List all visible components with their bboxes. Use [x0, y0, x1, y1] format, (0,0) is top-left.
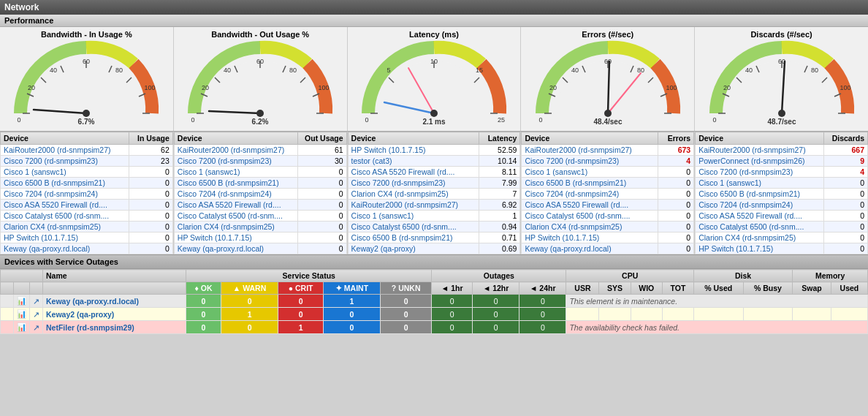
svg-point-71: [604, 110, 612, 117]
outage-name[interactable]: Keway2 (qa-proxy): [43, 308, 186, 321]
outage-icon-cell[interactable]: 📊: [14, 308, 30, 321]
svg-line-40: [389, 77, 394, 83]
service-status-badge: 0: [278, 308, 324, 321]
device-name-cell[interactable]: Clarion CX4 (rd-snmpsim25): [174, 222, 297, 232]
device-name-cell[interactable]: KaiRouter2000 (rd-snmpsim27): [174, 145, 297, 156]
outage-name[interactable]: Keway (qa-proxy.rd.local): [43, 295, 186, 308]
outage-message: The availability check has failed.: [566, 321, 868, 334]
table-out-usage: Device Out Usage KaiRouter2000 (rd-snmps…: [174, 132, 348, 254]
device-name-cell[interactable]: Cisco ASA 5520 Firewall (rd....: [348, 167, 479, 178]
svg-text:20: 20: [549, 84, 557, 91]
metric-cell: [662, 308, 693, 321]
outage-icon-cell[interactable]: ↗: [30, 321, 43, 334]
outage-count: 0: [432, 295, 473, 308]
device-name-cell[interactable]: Cisco 1 (sanswc1): [522, 167, 658, 178]
device-name-cell[interactable]: Cisco 1 (sanswc1): [696, 178, 824, 189]
device-value-cell: 4: [823, 167, 867, 178]
device-name-cell[interactable]: Cisco 7204 (rd-snmpsim24): [1, 189, 129, 200]
device-name-cell[interactable]: Clarion CX4 (rd-snmpsim25): [696, 232, 824, 243]
device-name-cell[interactable]: Cisco ASA 5520 Firewall (rd....: [1, 200, 129, 211]
device-name-cell[interactable]: Cisco Catalyst 6500 (rd-snm....: [522, 211, 658, 222]
svg-point-36: [256, 110, 264, 117]
col-disk-header: Disk: [693, 270, 792, 282]
device-name-cell[interactable]: Cisco 6500 B (rd-snmpsim21): [174, 178, 297, 189]
col-icon1: [1, 282, 14, 295]
device-name-cell[interactable]: Clarion CX4 (rd-snmpsim25): [1, 222, 129, 232]
svg-text:100: 100: [666, 84, 677, 91]
outage-name[interactable]: NetFiler (rd-snmpsim29): [43, 321, 186, 334]
device-name-cell[interactable]: Cisco 1 (sanswc1): [174, 167, 297, 178]
gauge-bw-in-svg: 0 20 40 60 80 100 6.7%: [6, 40, 167, 128]
outage-icon-cell[interactable]: [1, 321, 14, 334]
outage-icon-cell[interactable]: [1, 308, 14, 321]
device-name-cell[interactable]: Cisco 1 (sanswc1): [1, 167, 129, 178]
device-value-cell: 0: [297, 243, 346, 254]
device-name-cell[interactable]: KaiRouter2000 (rd-snmpsim27): [522, 145, 658, 156]
gauge-latency-title: Latency (ms): [351, 30, 518, 39]
device-name-cell[interactable]: PowerConnect (rd-snmpsim26): [696, 156, 824, 167]
device-name-cell[interactable]: Cisco ASA 5520 Firewall (rd....: [522, 200, 658, 211]
device-name-cell[interactable]: Cisco Catalyst 6500 (rd-snm....: [696, 222, 824, 232]
device-name-cell[interactable]: Cisco 7200 (rd-snmpsim23): [522, 156, 658, 167]
svg-text:25: 25: [498, 116, 505, 124]
device-name-cell[interactable]: KaiRouter2000 (rd-snmpsim27): [696, 145, 824, 156]
device-name-cell[interactable]: HP Switch (10.1.7.15): [348, 145, 479, 156]
device-name-cell[interactable]: Cisco 1 (sanswc1): [348, 211, 479, 222]
device-name-cell[interactable]: Cisco ASA 5520 Firewall (rd....: [174, 200, 297, 211]
device-name-cell[interactable]: Cisco 7200 (rd-snmpsim23): [1, 156, 129, 167]
device-name-cell[interactable]: Keway2 (qa-proxy): [348, 243, 479, 254]
device-name-cell[interactable]: Cisco 6500 B (rd-snmpsim21): [522, 178, 658, 189]
device-name-cell[interactable]: HP Switch (10.1.7.15): [522, 232, 658, 243]
device-name-cell[interactable]: Cisco Catalyst 6500 (rd-snm....: [348, 222, 479, 232]
col-icons-header: [1, 270, 43, 282]
app-title: Network: [0, 0, 868, 15]
metric-cell: [743, 308, 793, 321]
outages-header: Devices with Service Outages: [0, 254, 868, 269]
device-name-cell[interactable]: KaiRouter2000 (rd-snmpsim27): [348, 200, 479, 211]
device-name-cell[interactable]: Cisco ASA 5520 Firewall (rd....: [696, 211, 824, 222]
device-name-cell[interactable]: KaiRouter2000 (rd-snmpsim27): [1, 145, 129, 156]
device-name-cell[interactable]: Cisco 7200 (rd-snmpsim23): [696, 167, 824, 178]
gauge-discards-svg: 0 20 40 60 80 100 48.7/sec: [701, 40, 862, 128]
device-name-cell[interactable]: Cisco 6500 B (rd-snmpsim21): [348, 232, 479, 243]
device-value-cell: 0: [823, 178, 867, 189]
device-name-cell[interactable]: Keway (qa-proxy.rd.local): [522, 243, 658, 254]
device-name-cell[interactable]: Cisco 7204 (rd-snmpsim24): [696, 200, 824, 211]
device-name-cell[interactable]: HP Switch (10.1.7.15): [174, 232, 297, 243]
col-pct-busy: % Busy: [743, 282, 793, 295]
outage-icon-cell[interactable]: [1, 295, 14, 308]
outage-icon-cell[interactable]: ↗: [30, 308, 43, 321]
outage-icon-cell[interactable]: 📊: [14, 321, 30, 334]
device-name-cell[interactable]: Clarion CX4 (rd-snmpsim25): [522, 222, 658, 232]
outages-section: Devices with Service Outages Name Servic…: [0, 254, 868, 334]
device-name-cell[interactable]: Cisco Catalyst 6500 (rd-snm....: [1, 211, 129, 222]
device-name-cell[interactable]: Keway (qa-proxy.rd.local): [1, 243, 129, 254]
device-value-cell: 0: [129, 200, 173, 211]
device-name-cell[interactable]: Cisco 6500 B (rd-snmpsim21): [1, 178, 129, 189]
device-name-cell[interactable]: Cisco Catalyst 6500 (rd-snm....: [174, 211, 297, 222]
device-name-cell[interactable]: Clarion CX4 (rd-snmpsim25): [348, 189, 479, 200]
outage-icon-cell[interactable]: 📊: [14, 295, 30, 308]
device-value-cell: 61: [297, 145, 346, 156]
device-name-cell[interactable]: Keway (qa-proxy.rd.local): [174, 243, 297, 254]
device-name-cell[interactable]: HP Switch (10.1.7.15): [696, 243, 824, 254]
col-out-usage: Out Usage: [297, 132, 346, 145]
metric-cell: [693, 308, 743, 321]
device-name-cell[interactable]: Cisco 6500 B (rd-snmpsim21): [696, 189, 824, 200]
metric-cell: [566, 308, 599, 321]
device-name-cell[interactable]: HP Switch (10.1.7.15): [1, 232, 129, 243]
outage-icon-cell[interactable]: ↗: [30, 295, 43, 308]
device-value-cell: 0: [658, 200, 694, 211]
device-name-cell[interactable]: testor (cat3): [348, 156, 479, 167]
device-name-cell[interactable]: Cisco 7200 (rd-snmpsim23): [348, 178, 479, 189]
device-value-cell: 7.99: [479, 178, 520, 189]
device-value-cell: 62: [129, 145, 173, 156]
col-latency: Latency: [479, 132, 520, 145]
col-cpu-header: CPU: [566, 270, 694, 282]
device-name-cell[interactable]: Cisco 7204 (rd-snmpsim24): [522, 189, 658, 200]
svg-point-51: [430, 110, 438, 117]
outage-count: 0: [519, 308, 566, 321]
device-value-cell: 667: [823, 145, 867, 156]
device-name-cell[interactable]: Cisco 7204 (rd-snmpsim24): [174, 189, 297, 200]
device-name-cell[interactable]: Cisco 7200 (rd-snmpsim23): [174, 156, 297, 167]
